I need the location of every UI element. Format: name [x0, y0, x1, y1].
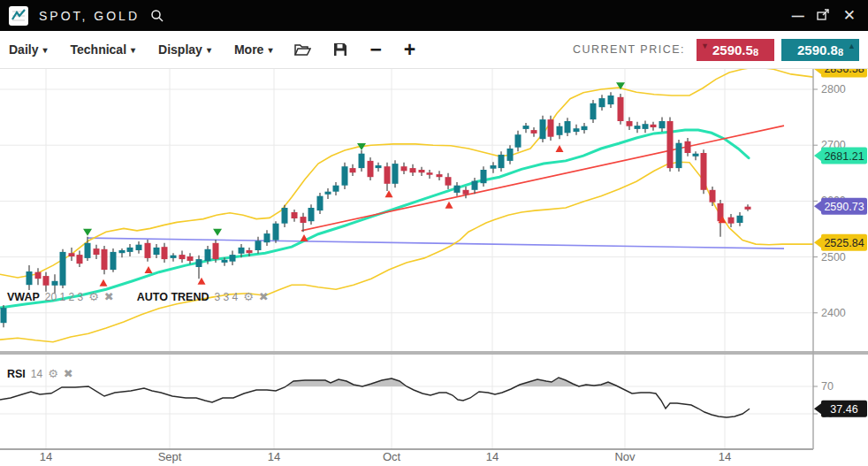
- chevron-down-icon: ▾: [268, 45, 272, 55]
- svg-text:14: 14: [486, 450, 499, 463]
- rsi-overbought-fill: [0, 378, 750, 417]
- arrow-down-icon: ▼: [701, 42, 709, 50]
- search-icon[interactable]: [150, 9, 164, 23]
- ask-price-value: 2590.8: [797, 42, 838, 57]
- buy-marker-icon: [301, 234, 308, 241]
- close-icon[interactable]: ✖: [259, 292, 269, 302]
- ask-price-badge: 2590.8 8 ▲: [781, 39, 859, 61]
- rsi-params: 14: [31, 368, 42, 380]
- svg-text:70: 70: [821, 380, 834, 393]
- menu-daily[interactable]: Daily ▾: [9, 42, 48, 57]
- buy-marker-icon: [100, 279, 108, 286]
- chevron-down-icon: ▾: [131, 45, 135, 55]
- buy-marker-icon: [445, 202, 453, 209]
- gear-icon[interactable]: ⚙: [243, 292, 254, 302]
- close-icon[interactable]: ✖: [104, 292, 114, 302]
- vwap-params: 20 1 2 3: [45, 291, 83, 303]
- svg-text:2681.21: 2681.21: [824, 150, 864, 163]
- auto-trend-params: 3 3 4: [214, 291, 238, 303]
- axis-frame: [0, 68, 868, 449]
- rsi-indicator-row: RSI 14 ⚙ ✖: [7, 368, 73, 380]
- close-button[interactable]: ✕: [843, 10, 856, 22]
- toolbar: Daily ▾ Technical ▾ Display ▾ More ▾ − +…: [0, 31, 868, 69]
- svg-text:2500: 2500: [821, 251, 846, 264]
- bid-price-badge: ▼ 2590.5 8: [697, 39, 774, 61]
- svg-text:37.46: 37.46: [830, 403, 857, 416]
- zoom-in-button[interactable]: +: [404, 41, 415, 58]
- svg-text:2800: 2800: [821, 83, 846, 95]
- app-logo-icon: [9, 6, 28, 26]
- buy-marker-icon: [556, 145, 564, 152]
- svg-text:Sept: Sept: [158, 450, 182, 463]
- chevron-down-icon: ▾: [42, 45, 47, 55]
- svg-text:14: 14: [268, 450, 280, 463]
- close-icon[interactable]: ✖: [64, 369, 73, 379]
- rsi-plot: [0, 378, 750, 417]
- svg-text:Oct: Oct: [383, 450, 401, 463]
- chart-canvas[interactable]: 28002700260025002400703014Sept14Oct14Nov…: [0, 0, 868, 466]
- sell-marker-icon: [83, 229, 92, 236]
- auto-trend-label: AUTO TREND: [137, 291, 209, 303]
- zoom-out-button[interactable]: −: [369, 41, 381, 58]
- rsi-label: RSI: [7, 368, 26, 380]
- svg-text:2590.73: 2590.73: [824, 201, 864, 213]
- current-price-label: CURRENT PRICE:: [573, 43, 685, 56]
- chevron-down-icon: ▾: [207, 45, 211, 55]
- buy-marker-icon: [145, 266, 153, 273]
- vwap-label: VWAP: [7, 291, 40, 303]
- title-bar: SPOT, GOLD — ✕: [0, 0, 868, 31]
- minimize-button[interactable]: —: [792, 10, 803, 22]
- svg-text:14: 14: [40, 450, 52, 463]
- save-icon[interactable]: [333, 42, 347, 57]
- bollinger-upper-band: [0, 67, 813, 278]
- svg-text:2400: 2400: [821, 307, 846, 319]
- svg-text:14: 14: [719, 450, 731, 463]
- window-controls: — ✕: [792, 9, 856, 23]
- gear-icon[interactable]: ⚙: [88, 292, 99, 302]
- menu-technical[interactable]: Technical ▾: [71, 42, 136, 57]
- open-folder-icon[interactable]: [294, 43, 311, 57]
- svg-text:Nov: Nov: [614, 450, 636, 463]
- vwap-line: [0, 130, 749, 308]
- menu-display[interactable]: Display ▾: [158, 42, 211, 57]
- menu-more[interactable]: More ▾: [234, 42, 272, 57]
- popout-button[interactable]: [817, 9, 830, 23]
- gear-icon[interactable]: ⚙: [48, 369, 58, 379]
- price-tags: 2836.582681.212590.732525.8437.46: [814, 60, 867, 416]
- window-title: SPOT, GOLD: [39, 9, 140, 23]
- bid-price-value: 2590.5: [712, 42, 753, 57]
- sell-marker-icon: [213, 229, 222, 236]
- pane-divider: [0, 351, 868, 355]
- vwap-indicator-row: VWAP 20 1 2 3 ⚙ ✖ AUTO TREND 3 3 4 ⚙ ✖: [7, 291, 269, 303]
- arrow-up-icon: ▲: [848, 42, 856, 50]
- svg-text:2525.84: 2525.84: [824, 237, 864, 249]
